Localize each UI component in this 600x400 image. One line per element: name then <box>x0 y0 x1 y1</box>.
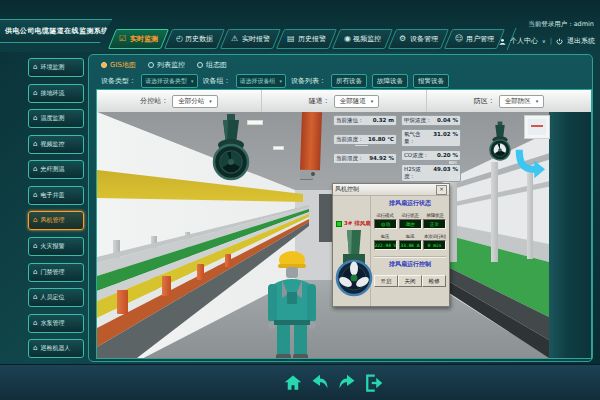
camera-lens-icon: ◉ <box>344 35 351 43</box>
fan-indicator-label: 3# 排风扇 <box>344 220 371 227</box>
tab-realtime-monitor[interactable]: ☑ 实时监测 <box>108 29 169 49</box>
fire-extinguisher <box>197 264 204 280</box>
tab-history-data[interactable]: ◴ 历史数据 <box>164 29 225 49</box>
home-icon: ⌂ <box>33 166 37 173</box>
sidebar-item-video[interactable]: ⌂视频监控 <box>28 135 84 154</box>
forward-button[interactable] <box>337 373 357 393</box>
sidebar-item-fiber-temp[interactable]: ⌂光纤测温 <box>28 160 84 179</box>
zone-select[interactable]: 全部防区▾ <box>499 95 545 108</box>
home-icon: ⌂ <box>33 269 37 276</box>
radio-dot <box>197 62 203 68</box>
device-list-label: 设备列表： <box>291 76 326 86</box>
tab-history-alarm[interactable]: ▤ 历史报警 <box>276 29 337 49</box>
divider <box>374 256 446 258</box>
chevron-down-icon: ▾ <box>209 98 212 104</box>
home-icon: ⌂ <box>33 243 37 250</box>
sidebar-item-personnel-location[interactable]: ⌂人员定位 <box>28 288 84 307</box>
all-devices-button[interactable]: 所有设备 <box>331 74 367 88</box>
sidebar-item-fan-management[interactable]: ⌂风机管理 <box>28 211 84 230</box>
sidebar-item-ground-current[interactable]: ⌂接地环流 <box>28 84 84 103</box>
reading-temperature: 当前温度：16.80 ℃ <box>333 134 397 145</box>
top-header: 供电公司电缆隧道在线监测系统 ☑ 实时监测 ◴ 历史数据 ⚠ 实时报警 ▤ 历史… <box>0 0 600 52</box>
home-icon: ⌂ <box>33 64 37 71</box>
dialog-fan-panel: 3# 排风扇 <box>333 196 371 306</box>
fan-control-dialog: 风机控制 × 3# 排风扇 <box>332 183 450 307</box>
device-group-select[interactable]: 请选择设备组▾ <box>236 74 287 88</box>
exit-button[interactable] <box>364 373 384 393</box>
view-mode-radios: GIS地图 列表监控 组态图 <box>101 60 227 70</box>
tab-label: 用户管理 <box>466 34 494 44</box>
tab-user-management[interactable]: ☺ 用户管理 <box>444 29 505 49</box>
ceiling-light <box>273 146 284 150</box>
sidebar-item-access-control[interactable]: ⌂门禁管理 <box>28 263 84 282</box>
person-icon <box>499 38 506 45</box>
logout-button[interactable]: 退出系统 <box>567 36 595 46</box>
fault-state-led: 正常 <box>423 219 446 229</box>
fan-stop-button[interactable]: 关闭 <box>398 275 422 287</box>
reading-water-level: 当前液位：0.32 m <box>333 115 397 126</box>
sidebar-item-temperature[interactable]: ⌂温度监测 <box>28 109 84 128</box>
close-icon[interactable]: × <box>436 185 447 195</box>
alarm-icon: ⚠ <box>231 35 238 43</box>
gear-icon: ⚙ <box>399 35 406 43</box>
fire-extinguisher <box>117 290 128 314</box>
home-icon: ⌂ <box>33 345 37 352</box>
chevron-down-icon: ▾ <box>280 78 283 84</box>
sidebar-item-manhole-cover[interactable]: ⌂电子井盖 <box>28 186 84 205</box>
sidebar: ⌂环境监测 ⌂接地环流 ⌂温度监测 ⌂视频监控 ⌂光纤测温 ⌂电子井盖 ⌂风机管… <box>28 58 84 384</box>
chevron-down-icon: ▾ <box>371 98 374 104</box>
tunnel-select[interactable]: 全部隧道▾ <box>334 95 380 108</box>
tab-realtime-alarm[interactable]: ⚠ 实时报警 <box>220 29 281 49</box>
clock-icon: ◴ <box>176 35 183 43</box>
sensor-readings-overlay: 当前液位：0.32 m 当前温度：16.80 ℃ 当前湿度：94.92 % 甲烷… <box>333 115 461 185</box>
home-icon: ⌂ <box>33 192 37 199</box>
radio-scada-view[interactable]: 组态图 <box>197 60 227 70</box>
sidebar-item-environment[interactable]: ⌂环境监测 <box>28 58 84 77</box>
forward-arrow-icon <box>338 374 356 392</box>
device-type-select[interactable]: 请选择设备类型▾ <box>141 74 198 88</box>
wall-pillar <box>527 167 533 259</box>
app-title-badge: 供电公司电缆隧道在线监测系统 <box>0 19 112 43</box>
device-type-label: 设备类型： <box>101 76 136 86</box>
radio-dot <box>148 62 154 68</box>
sidebar-item-fire-alarm[interactable]: ⌂火灾报警 <box>28 237 84 256</box>
tab-device-management[interactable]: ⚙ 设备管理 <box>388 29 449 49</box>
radio-list-monitor[interactable]: 列表监控 <box>148 60 185 70</box>
run-state-led: 远控 <box>399 219 422 229</box>
chevron-down-icon: ∨ <box>542 38 546 44</box>
tunnel-scene[interactable]: 当前液位：0.32 m 当前温度：16.80 ℃ 当前湿度：94.92 % 甲烷… <box>97 112 591 358</box>
home-icon: ⌂ <box>33 115 37 122</box>
reading-oxygen: 氧气含量：31.02 % <box>401 129 461 147</box>
fan-maintain-button[interactable]: 检修 <box>422 275 446 287</box>
run-mode-led: 自动 <box>374 219 397 229</box>
status-led-icon <box>336 221 342 227</box>
wall-fan-icon <box>487 112 513 176</box>
dialog-title: 风机控制 <box>335 185 359 194</box>
back-button[interactable] <box>310 373 330 393</box>
dialog-titlebar: 风机控制 × <box>333 184 449 196</box>
fan-start-button[interactable]: 开启 <box>374 275 398 287</box>
worker-figure <box>265 248 319 358</box>
profile-button[interactable]: 个人中心 <box>510 36 538 46</box>
ceiling-fan-icon <box>209 114 253 190</box>
tunnel-3d-viewport[interactable]: 分控站： 全部分站▾ 隧道： 全部隧道▾ 防区： 全部防区▾ <box>96 89 592 359</box>
fire-extinguisher <box>225 254 231 267</box>
device-group-label: 设备组： <box>203 76 231 86</box>
tab-video-monitor[interactable]: ◉ 视频监控 <box>332 29 393 49</box>
tab-label: 视频监控 <box>353 34 381 44</box>
radio-gis-map[interactable]: GIS地图 <box>101 60 136 70</box>
station-select[interactable]: 全部分站▾ <box>172 95 218 108</box>
alarm-devices-button[interactable]: 报警设备 <box>413 74 449 88</box>
home-icon: ⌂ <box>33 217 37 224</box>
user-icon: ☺ <box>455 35 463 43</box>
fan-status-title: 排风扇运行状态 <box>374 199 446 208</box>
home-icon <box>284 374 302 392</box>
document-icon: ▤ <box>287 35 295 43</box>
fault-devices-button[interactable]: 故障设备 <box>372 74 408 88</box>
reading-co: CO浓度：0.20 % <box>401 150 461 161</box>
sidebar-item-inspection-robot[interactable]: ⌂巡检机器人 <box>28 339 84 358</box>
current-user-label: 当前登录用户：admin <box>528 20 594 29</box>
tunnel-label: 隧道： <box>309 96 330 106</box>
home-button[interactable] <box>283 373 303 393</box>
sidebar-item-pump-management[interactable]: ⌂水泵管理 <box>28 314 84 333</box>
